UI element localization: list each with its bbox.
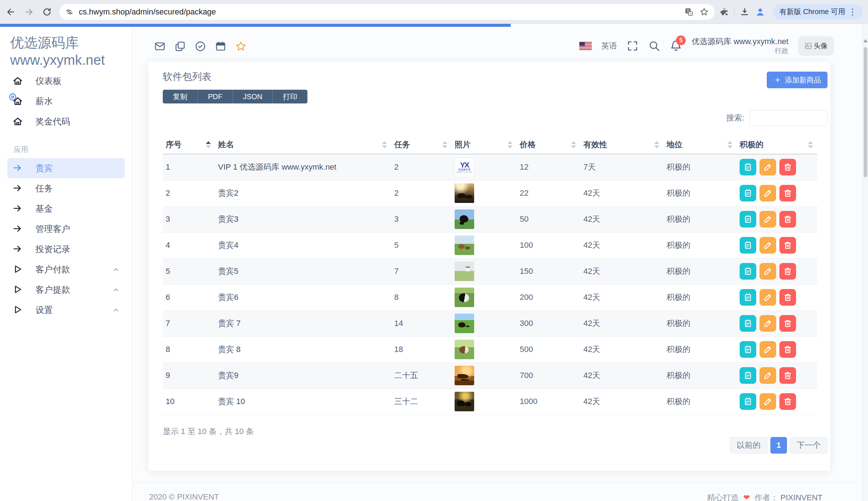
json-export-button[interactable]: JSON — [233, 90, 272, 103]
column-header-active[interactable]: 积极的 — [737, 135, 817, 154]
detail-button[interactable] — [740, 367, 756, 384]
column-header-photo[interactable]: 照片 — [452, 135, 517, 154]
detail-button[interactable] — [740, 237, 756, 254]
detail-button[interactable] — [740, 263, 756, 280]
scrollbar-thumb[interactable] — [864, 47, 867, 177]
search-input[interactable] — [749, 110, 827, 126]
sort-icons[interactable] — [571, 141, 576, 149]
detail-button[interactable] — [740, 315, 756, 332]
check-circle-icon[interactable] — [195, 41, 206, 52]
column-header-validity[interactable]: 有效性 — [580, 135, 664, 154]
edit-button[interactable] — [760, 341, 776, 358]
table-row[interactable]: 3 贵宾3 3 50 42天 积极的 — [163, 206, 817, 232]
chrome-update-button[interactable]: 有新版 Chrome 可用 ⋮ — [773, 4, 863, 20]
delete-button[interactable] — [779, 341, 796, 358]
detail-button[interactable] — [740, 393, 756, 410]
table-row[interactable]: 6 贵宾6 8 200 42天 积极的 — [163, 284, 817, 310]
browser-back-button[interactable] — [4, 5, 18, 19]
sidebar-item-tasks[interactable]: 任务 — [7, 178, 125, 199]
current-page-button[interactable]: 1 — [770, 437, 787, 454]
translate-icon[interactable]: 文A — [684, 7, 694, 17]
column-header-status[interactable]: 地位 — [664, 135, 737, 154]
edit-button[interactable] — [760, 237, 776, 254]
delete-button[interactable] — [779, 185, 796, 201]
address-bar[interactable]: cs.hwym.shop/admin/secured/package 文A — [59, 4, 715, 20]
edit-button[interactable] — [760, 315, 776, 332]
column-header-task[interactable]: 任务 — [391, 135, 452, 154]
sidebar-item-dashboard[interactable]: 仪表板 — [7, 71, 125, 91]
detail-button[interactable] — [740, 289, 756, 306]
star-icon[interactable] — [235, 41, 247, 52]
edit-button[interactable] — [760, 367, 776, 384]
notifications-button[interactable]: 5 — [670, 40, 682, 52]
browser-reload-button[interactable] — [40, 5, 54, 19]
edit-button[interactable] — [760, 211, 776, 228]
sort-icons[interactable] — [727, 141, 732, 149]
sidebar-item-investment-records[interactable]: 投资记录 — [7, 239, 125, 259]
edit-button[interactable] — [760, 393, 776, 410]
table-row[interactable]: 10 贵宾 10 三十二 1000 42天 积极的 — [163, 389, 817, 415]
footer-author[interactable]: PIXINVENT — [780, 493, 822, 501]
table-row[interactable]: 9 贵宾9 二十五 700 42天 积极的 — [163, 362, 817, 389]
window-scrollbar[interactable] — [862, 24, 868, 501]
sidebar-item-salary[interactable]: 薪水 — [7, 91, 125, 111]
previous-page-button[interactable]: 以前的 — [730, 437, 767, 454]
column-header-serial[interactable]: 序号 — [163, 135, 215, 154]
delete-button[interactable] — [779, 315, 796, 332]
sort-icons[interactable] — [206, 141, 211, 149]
sidebar-item-manage-customers[interactable]: 管理客户 — [7, 219, 125, 239]
detail-button[interactable] — [740, 341, 756, 358]
sidebar-item-bonus-code[interactable]: 奖金代码 — [7, 111, 125, 132]
column-header-price[interactable]: 价格 — [517, 135, 580, 154]
delete-button[interactable] — [779, 367, 796, 384]
profile-icon[interactable] — [755, 7, 766, 17]
detail-button[interactable] — [740, 211, 756, 228]
table-row[interactable]: 8 贵宾 8 18 500 42天 积极的 — [163, 336, 817, 362]
print-export-button[interactable]: 打印 — [272, 90, 307, 103]
delete-button[interactable] — [779, 263, 796, 280]
brand[interactable]: 优选源码库 www.yxymk.net — [0, 24, 132, 69]
scroll-up-icon[interactable] — [863, 39, 868, 42]
delete-button[interactable] — [779, 237, 796, 254]
sort-icons[interactable] — [507, 141, 512, 149]
sort-icons[interactable] — [654, 141, 659, 149]
sort-icons[interactable] — [808, 141, 813, 149]
avatar[interactable]: 头像 — [798, 36, 834, 56]
download-icon[interactable] — [740, 7, 750, 17]
column-header-name[interactable]: 姓名 — [215, 135, 391, 154]
search-icon[interactable] — [648, 40, 660, 52]
table-row[interactable]: 2 贵宾2 2 22 42天 积极的 — [163, 180, 817, 206]
delete-button[interactable] — [779, 289, 796, 306]
sidebar-item-funds[interactable]: 基金 — [7, 199, 125, 219]
calendar-icon[interactable] — [215, 41, 226, 52]
mail-icon[interactable] — [154, 41, 166, 52]
add-product-button[interactable]: ＋ 添加新商品 — [767, 72, 827, 88]
sidebar-item-settings[interactable]: 设置 — [7, 300, 125, 320]
extensions-icon[interactable] — [720, 7, 729, 17]
pdf-export-button[interactable]: PDF — [197, 90, 233, 103]
edit-button[interactable] — [760, 159, 776, 175]
table-row[interactable]: 1 VIP 1 优选源码库 www.yxymk.net 2 YX优选源码库WWW… — [163, 154, 817, 180]
next-page-button[interactable]: 下一个 — [790, 437, 827, 454]
detail-button[interactable] — [740, 159, 756, 175]
table-row[interactable]: 4 贵宾4 5 100 42天 积极的 — [163, 232, 817, 258]
edit-button[interactable] — [760, 289, 776, 306]
sidebar-item-customer-payments[interactable]: 客户付款 — [7, 259, 125, 280]
us-flag-icon[interactable] — [579, 42, 592, 50]
sort-icons[interactable] — [382, 141, 387, 149]
fullscreen-icon[interactable] — [626, 40, 639, 52]
bookmark-star-icon[interactable] — [699, 7, 709, 17]
delete-button[interactable] — [779, 159, 796, 175]
browser-forward-button[interactable] — [22, 5, 36, 19]
language-label[interactable]: 英语 — [601, 41, 617, 51]
site-info-icon[interactable] — [65, 8, 74, 16]
copy-export-button[interactable]: 复制 — [163, 90, 197, 103]
edit-button[interactable] — [760, 263, 776, 280]
delete-button[interactable] — [779, 211, 796, 228]
delete-button[interactable] — [779, 393, 796, 410]
detail-button[interactable] — [740, 185, 756, 201]
user-block[interactable]: 优选源码库 www.yxymk.net 行政 — [692, 37, 788, 55]
sidebar-item-customer-withdrawals[interactable]: 客户提款 — [7, 280, 125, 300]
table-row[interactable]: 7 贵宾 7 14 300 42天 积极的 — [163, 310, 817, 336]
edit-button[interactable] — [760, 185, 776, 201]
